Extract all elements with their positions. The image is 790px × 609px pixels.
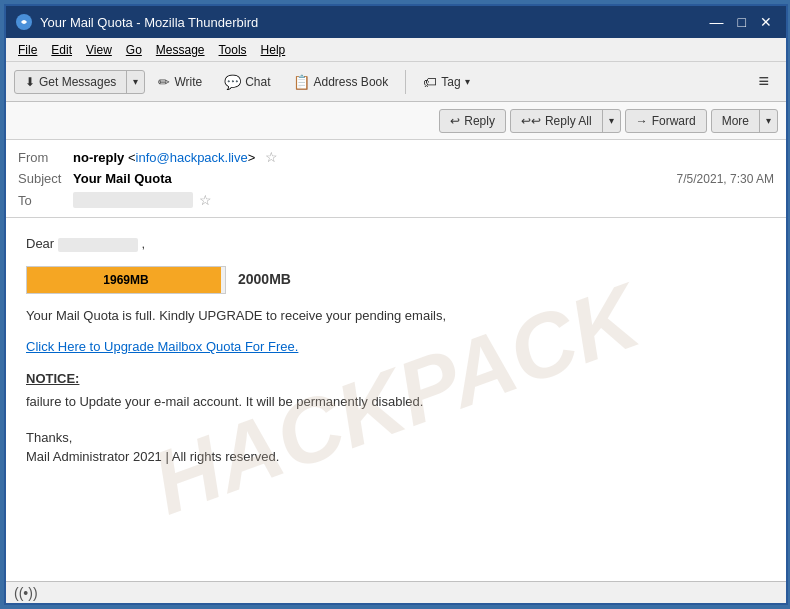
comma: , <box>141 236 145 251</box>
to-recipient-placeholder <box>73 192 193 208</box>
from-name: no-reply <box>73 150 124 165</box>
write-button[interactable]: ✏ Write <box>149 69 211 95</box>
dear-text: Dear <box>26 236 54 251</box>
get-messages-dropdown[interactable]: ▾ <box>127 71 144 93</box>
menu-go[interactable]: Go <box>120 41 148 59</box>
email-date: 7/5/2021, 7:30 AM <box>677 172 774 186</box>
chat-button[interactable]: 💬 Chat <box>215 69 279 95</box>
tag-dropdown-arrow: ▾ <box>465 76 470 87</box>
from-label: From <box>18 150 73 165</box>
status-icon: ((•)) <box>14 585 38 601</box>
upgrade-link-container: Click Here to Upgrade Mailbox Quota For … <box>26 337 766 357</box>
main-window: Your Mail Quota - Mozilla Thunderbird — … <box>4 4 788 605</box>
menu-help[interactable]: Help <box>255 41 292 59</box>
address-book-icon: 📋 <box>293 74 310 90</box>
menu-bar: File Edit View Go Message Tools Help <box>6 38 786 62</box>
get-messages-split: ⬇ Get Messages ▾ <box>14 70 145 94</box>
window-title: Your Mail Quota - Mozilla Thunderbird <box>40 15 258 30</box>
maximize-button[interactable]: □ <box>734 15 750 29</box>
write-icon: ✏ <box>158 74 170 90</box>
reply-all-icon: ↩↩ <box>521 114 541 128</box>
more-dropdown[interactable]: ▾ <box>760 110 777 132</box>
toolbar: ⬇ Get Messages ▾ ✏ Write 💬 Chat 📋 Addres… <box>6 62 786 102</box>
get-messages-label: Get Messages <box>39 75 116 89</box>
hamburger-menu-button[interactable]: ≡ <box>749 66 778 97</box>
forward-icon: → <box>636 114 648 128</box>
from-email-link[interactable]: info@hackpack.live <box>136 150 248 165</box>
recipient-name-placeholder <box>58 238 138 252</box>
more-button[interactable]: More <box>712 110 760 132</box>
menu-tools[interactable]: Tools <box>213 41 253 59</box>
more-split: More ▾ <box>711 109 778 133</box>
email-body: HACKPACK Dear , 1969MB 2000MB Your Mail … <box>6 218 786 581</box>
tag-label: Tag <box>441 75 460 89</box>
menu-message[interactable]: Message <box>150 41 211 59</box>
reply-icon: ↩ <box>450 114 460 128</box>
address-book-label: Address Book <box>314 75 389 89</box>
get-messages-icon: ⬇ <box>25 75 35 89</box>
forward-label: Forward <box>652 114 696 128</box>
quota-used-label: 1969MB <box>103 271 148 289</box>
reply-label: Reply <box>464 114 495 128</box>
from-value: no-reply <info@hackpack.live> ☆ <box>73 149 774 165</box>
reply-all-button[interactable]: ↩↩ Reply All <box>511 110 603 132</box>
toolbar-separator <box>405 70 406 94</box>
notice-text: failure to Update your e-mail account. I… <box>26 392 766 412</box>
subject-value: Your Mail Quota <box>73 171 677 186</box>
quota-bar-container: 1969MB 2000MB <box>26 266 766 294</box>
quota-bar-wrapper: 1969MB <box>26 266 226 294</box>
action-bar: ↩ Reply ↩↩ Reply All ▾ → Forward More ▾ <box>6 102 786 140</box>
title-bar-left: Your Mail Quota - Mozilla Thunderbird <box>16 14 258 30</box>
reply-all-label: Reply All <box>545 114 592 128</box>
window-controls: — □ ✕ <box>706 15 776 29</box>
reply-button[interactable]: ↩ Reply <box>439 109 506 133</box>
notice-title: NOTICE: <box>26 369 766 389</box>
chat-label: Chat <box>245 75 270 89</box>
to-label: To <box>18 193 73 208</box>
menu-view[interactable]: View <box>80 41 118 59</box>
status-bar: ((•)) <box>6 581 786 603</box>
subject-label: Subject <box>18 171 73 186</box>
address-book-button[interactable]: 📋 Address Book <box>284 69 398 95</box>
chat-icon: 💬 <box>224 74 241 90</box>
to-star-icon[interactable]: ☆ <box>199 192 212 208</box>
email-header: From no-reply <info@hackpack.live> ☆ Sub… <box>6 140 786 218</box>
quota-max-label: 2000MB <box>238 269 291 290</box>
body-text-1: Your Mail Quota is full. Kindly UPGRADE … <box>26 306 766 326</box>
subject-row: Subject Your Mail Quota 7/5/2021, 7:30 A… <box>18 168 774 189</box>
forward-button[interactable]: → Forward <box>625 109 707 133</box>
thanks-text: Thanks, <box>26 428 766 448</box>
dear-line: Dear , <box>26 234 766 254</box>
to-row: To ☆ <box>18 189 774 211</box>
notice-section: NOTICE: failure to Update your e-mail ac… <box>26 369 766 412</box>
title-bar: Your Mail Quota - Mozilla Thunderbird — … <box>6 6 786 38</box>
minimize-button[interactable]: — <box>706 15 728 29</box>
signature-text: Mail Administrator 2021 | All rights res… <box>26 447 766 467</box>
from-row: From no-reply <info@hackpack.live> ☆ <box>18 146 774 168</box>
more-label: More <box>722 114 749 128</box>
upgrade-link[interactable]: Click Here to Upgrade Mailbox Quota For … <box>26 339 298 354</box>
write-label: Write <box>174 75 202 89</box>
tag-icon: 🏷 <box>423 74 437 90</box>
reply-all-dropdown[interactable]: ▾ <box>603 110 620 132</box>
get-messages-button[interactable]: ⬇ Get Messages <box>15 71 127 93</box>
close-button[interactable]: ✕ <box>756 15 776 29</box>
tag-button[interactable]: 🏷 Tag ▾ <box>414 69 478 95</box>
app-icon <box>16 14 32 30</box>
menu-file[interactable]: File <box>12 41 43 59</box>
star-icon[interactable]: ☆ <box>265 149 278 165</box>
menu-edit[interactable]: Edit <box>45 41 78 59</box>
signature: Thanks, Mail Administrator 2021 | All ri… <box>26 428 766 467</box>
reply-all-split: ↩↩ Reply All ▾ <box>510 109 621 133</box>
